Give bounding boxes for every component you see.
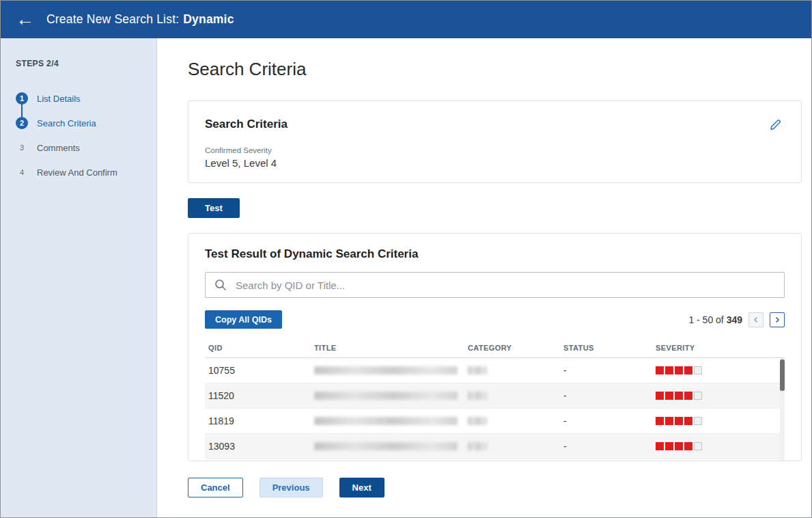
main-content: Search Criteria Search Criteria Confirme… xyxy=(157,38,811,517)
wizard-footer: Cancel Previous Next xyxy=(188,478,802,497)
severity-block-filled xyxy=(684,417,692,425)
cell-title-redacted xyxy=(311,392,464,400)
redacted-category-bar xyxy=(468,417,487,425)
header-title-emphasis: Dynamic xyxy=(183,12,234,26)
cell-status: - xyxy=(560,441,652,452)
back-arrow-icon[interactable]: ← xyxy=(16,10,34,29)
redacted-title-bar xyxy=(314,366,458,374)
cell-severity xyxy=(652,366,785,374)
severity-block-filled xyxy=(675,442,683,450)
page-header-title: Create New Search List:Dynamic xyxy=(46,12,234,27)
table-scrollbar-thumb[interactable] xyxy=(780,359,785,391)
copy-all-qids-button[interactable]: Copy All QIDs xyxy=(205,310,282,329)
step-label: Review And Confirm xyxy=(37,167,117,178)
search-input[interactable] xyxy=(205,272,785,298)
search-icon xyxy=(214,278,227,295)
cell-severity xyxy=(652,392,785,400)
table-row[interactable]: 10755- xyxy=(205,358,785,383)
redacted-category-bar xyxy=(468,366,487,374)
cell-category-redacted xyxy=(464,417,560,425)
pagination-total: 349 xyxy=(727,314,742,325)
cell-status: - xyxy=(560,365,652,376)
table-rows: 10755-11520-11819-13093- xyxy=(205,358,785,459)
table-scrollbar-track[interactable] xyxy=(780,358,785,461)
pagination-prev-button[interactable] xyxy=(748,312,764,327)
column-header-status: STATUS xyxy=(560,338,652,357)
cancel-button[interactable]: Cancel xyxy=(188,478,243,497)
chevron-left-icon xyxy=(753,316,759,323)
previous-button[interactable]: Previous xyxy=(260,478,323,497)
cell-status: - xyxy=(560,390,652,401)
steps-list: 1List Details2Search Criteria3Comments4R… xyxy=(16,86,156,185)
table-row[interactable]: 13093- xyxy=(205,434,785,459)
table-header-row: QID TITLE CATEGORY STATUS SEVERITY xyxy=(205,338,785,358)
cell-category-redacted xyxy=(464,366,560,374)
sidebar-step-review-and-confirm[interactable]: 4Review And Confirm xyxy=(16,160,156,185)
severity-block-filled xyxy=(665,392,673,400)
next-button[interactable]: Next xyxy=(339,478,384,497)
column-header-category: CATEGORY xyxy=(464,338,560,357)
cell-title-redacted xyxy=(311,366,464,374)
cell-qid: 11819 xyxy=(205,415,311,426)
sidebar-step-search-criteria[interactable]: 2Search Criteria xyxy=(16,111,156,135)
step-number: 4 xyxy=(16,166,28,178)
pagination: 1 - 50 of 349 xyxy=(688,312,785,327)
steps-sidebar: STEPS 2/4 1List Details2Search Criteria3… xyxy=(1,38,157,517)
confirmed-severity-label: Confirmed Severity xyxy=(205,146,785,154)
test-button[interactable]: Test xyxy=(188,198,240,218)
severity-block-filled xyxy=(656,366,664,374)
severity-block-filled xyxy=(675,366,683,374)
table-row[interactable]: 11520- xyxy=(205,383,785,409)
search-box xyxy=(205,272,785,298)
cell-severity xyxy=(652,442,785,450)
redacted-category-bar xyxy=(468,392,487,400)
severity-block-filled xyxy=(675,392,683,400)
step-number: 1 xyxy=(16,92,28,105)
step-label: Comments xyxy=(37,143,80,153)
pencil-icon xyxy=(769,118,783,131)
table-row[interactable]: 11819- xyxy=(205,409,785,434)
step-label: Search Criteria xyxy=(37,118,96,128)
severity-block-filled xyxy=(665,417,673,425)
body-split: STEPS 2/4 1List Details2Search Criteria3… xyxy=(1,38,811,517)
chevron-right-icon xyxy=(774,316,781,323)
cell-title-redacted xyxy=(311,417,464,425)
severity-block-filled xyxy=(665,366,673,374)
results-toolbar: Copy All QIDs 1 - 50 of 349 xyxy=(205,310,785,329)
results-table: QID TITLE CATEGORY STATUS SEVERITY 10755… xyxy=(205,338,785,461)
edit-criteria-button[interactable] xyxy=(768,118,783,133)
pagination-next-button[interactable] xyxy=(770,312,785,327)
top-header: ← Create New Search List:Dynamic xyxy=(1,1,811,38)
cell-status: - xyxy=(560,415,652,426)
column-header-title: TITLE xyxy=(311,338,464,357)
redacted-title-bar xyxy=(314,417,458,425)
severity-block-empty xyxy=(694,417,702,425)
cell-severity xyxy=(652,417,785,425)
search-criteria-card: Search Criteria Confirmed Severity Level… xyxy=(188,100,802,183)
redacted-title-bar xyxy=(314,442,458,450)
severity-block-filled xyxy=(656,442,664,450)
redacted-category-bar xyxy=(468,442,487,450)
cell-category-redacted xyxy=(464,392,560,400)
cell-title-redacted xyxy=(311,442,464,450)
step-number: 2 xyxy=(16,117,28,129)
sidebar-step-comments[interactable]: 3Comments xyxy=(16,135,156,160)
pagination-range: 1 - 50 of 349 xyxy=(688,314,742,325)
step-number: 3 xyxy=(16,141,28,154)
column-header-qid: QID xyxy=(205,338,311,357)
test-results-card: Test Result of Dynamic Search Criteria C… xyxy=(188,233,802,461)
app-window: ← Create New Search List:Dynamic STEPS 2… xyxy=(0,0,812,518)
pagination-range-text: 1 - 50 of xyxy=(688,314,723,325)
severity-block-filled xyxy=(684,442,692,450)
severity-block-empty xyxy=(694,366,702,374)
results-card-title: Test Result of Dynamic Search Criteria xyxy=(205,247,785,261)
sidebar-step-list-details[interactable]: 1List Details xyxy=(16,86,156,111)
severity-block-filled xyxy=(684,366,692,374)
severity-block-empty xyxy=(694,442,702,450)
cell-category-redacted xyxy=(464,442,560,450)
severity-block-filled xyxy=(684,392,692,400)
step-label: List Details xyxy=(37,94,81,104)
cell-qid: 13093 xyxy=(205,441,311,452)
header-title-text: Create New Search List: xyxy=(46,12,179,26)
severity-block-filled xyxy=(656,392,664,400)
